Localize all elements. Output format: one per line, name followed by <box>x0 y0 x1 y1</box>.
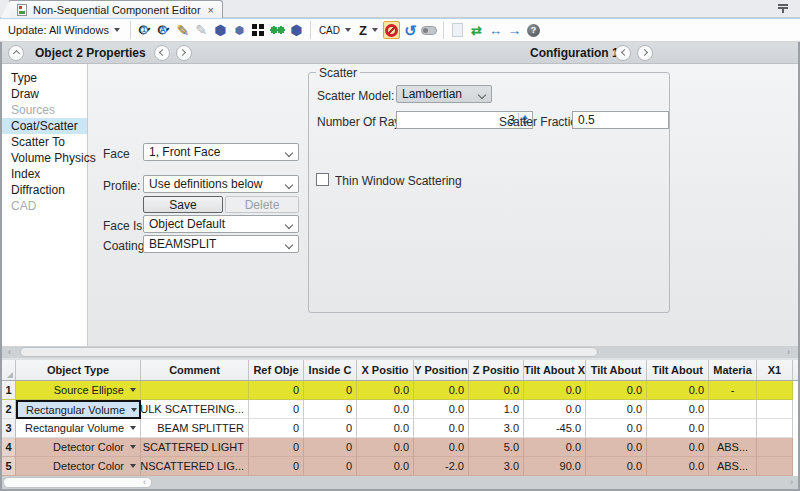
value-cell[interactable]: 0.0 <box>586 419 647 438</box>
value-cell[interactable]: 0.0 <box>524 438 586 457</box>
row-number[interactable]: 4 <box>2 438 16 457</box>
value-cell[interactable]: 0 <box>249 438 304 457</box>
value-cell[interactable]: 0 <box>304 381 357 400</box>
coating-dropdown[interactable]: BEAMSPLIT <box>143 235 299 253</box>
face-dropdown[interactable]: 1, Front Face <box>143 143 299 161</box>
column-header-5-x-positio[interactable]: X Positio <box>357 360 414 380</box>
value-cell[interactable]: 0.0 <box>647 400 709 419</box>
value-cell[interactable]: 0.0 <box>357 457 414 476</box>
value-cell[interactable]: 0.0 <box>414 419 469 438</box>
comment-cell[interactable]: UNSCATTERED LIG... <box>141 457 249 476</box>
solid-model-icon[interactable]: ⬢ <box>212 21 229 39</box>
value-cell[interactable]: 0.0 <box>647 438 709 457</box>
row-number[interactable]: 5 <box>2 457 16 476</box>
x1-cell[interactable] <box>757 438 793 457</box>
value-cell[interactable]: 0.0 <box>524 400 586 419</box>
value-cell[interactable]: 0 <box>249 457 304 476</box>
x1-cell[interactable] <box>757 400 793 419</box>
refresh-all-icon[interactable]: ⟳A <box>155 21 172 39</box>
nav-item-index[interactable]: Index <box>2 166 87 182</box>
nav-item-type[interactable]: Type <box>2 70 87 86</box>
object-type-dropdown[interactable]: Rectangular Volume <box>16 400 141 419</box>
thin-window-checkbox[interactable] <box>316 173 329 186</box>
comment-cell[interactable]: BULK SCATTERING... <box>141 400 249 419</box>
prev-object-button[interactable] <box>154 45 170 61</box>
table-scrollbar[interactable]: ‹ › <box>2 476 798 489</box>
material-cell[interactable]: ABS... <box>709 438 757 457</box>
value-cell[interactable]: 0.0 <box>414 438 469 457</box>
value-cell[interactable]: 3.0 <box>469 419 524 438</box>
value-cell[interactable]: 0 <box>304 438 357 457</box>
value-cell[interactable]: 0.0 <box>647 381 709 400</box>
undo-curve-icon[interactable]: ↺ <box>402 21 419 39</box>
column-header-10-tilt-about[interactable]: Tilt About <box>647 360 709 380</box>
grid-icon[interactable] <box>250 21 267 39</box>
value-cell[interactable]: 0.0 <box>586 457 647 476</box>
x1-cell[interactable] <box>757 419 793 438</box>
right-arrow-icon[interactable]: → <box>506 21 523 39</box>
scroll-left-icon[interactable]: ‹ <box>143 476 146 489</box>
material-cell[interactable] <box>709 400 757 419</box>
column-header-3-ref-obje[interactable]: Ref Obje <box>249 360 304 380</box>
value-cell[interactable]: 0.0 <box>357 400 414 419</box>
z-dropdown[interactable]: Z <box>355 21 382 40</box>
value-cell[interactable]: 0.0 <box>357 381 414 400</box>
polygon-icon[interactable]: ⬢ <box>288 21 305 39</box>
value-cell[interactable]: 0.0 <box>469 381 524 400</box>
value-cell[interactable]: 1.0 <box>469 400 524 419</box>
scroll-left-icon[interactable]: ‹ <box>8 346 11 358</box>
green-dots-icon[interactable] <box>269 21 286 39</box>
nav-item-diffraction[interactable]: Diffraction <box>2 182 87 198</box>
value-cell[interactable]: 0 <box>249 381 304 400</box>
nav-item-coat-scatter[interactable]: Coat/Scatter <box>2 118 87 134</box>
scroll-right-icon[interactable]: › <box>787 346 790 358</box>
scroll-right-icon[interactable]: › <box>790 476 793 489</box>
value-cell[interactable]: 0 <box>249 400 304 419</box>
column-header-2-comment[interactable]: Comment <box>141 360 249 380</box>
row-number[interactable]: 1 <box>2 381 16 400</box>
save-button[interactable]: Save <box>143 196 223 213</box>
value-cell[interactable]: 0 <box>304 400 357 419</box>
tab-nsc-editor[interactable]: Non-Sequential Component Editor × <box>8 0 223 18</box>
value-cell[interactable]: 0.0 <box>586 438 647 457</box>
column-header-8-tilt-about-x[interactable]: Tilt About X <box>524 360 586 380</box>
value-cell[interactable]: 0 <box>249 419 304 438</box>
material-cell[interactable]: - <box>709 381 757 400</box>
value-cell[interactable]: -2.0 <box>414 457 469 476</box>
comment-cell[interactable]: BEAM SPLITTER <box>141 419 249 438</box>
nav-item-scatter-to[interactable]: Scatter To <box>2 134 87 150</box>
value-cell[interactable]: 5.0 <box>469 438 524 457</box>
comment-cell[interactable] <box>141 381 249 400</box>
no-entry-icon[interactable] <box>383 21 400 39</box>
x1-cell[interactable] <box>757 457 793 476</box>
x1-cell[interactable] <box>757 381 793 400</box>
refresh-1-icon[interactable]: ⟳1 <box>136 21 153 39</box>
nav-item-volume-physics[interactable]: Volume Physics <box>2 150 87 166</box>
value-cell[interactable]: 0.0 <box>647 419 709 438</box>
value-cell[interactable]: 0.0 <box>524 381 586 400</box>
value-cell[interactable]: -45.0 <box>524 419 586 438</box>
toggle-icon[interactable] <box>421 21 438 39</box>
cad-dropdown[interactable]: CAD <box>315 23 355 38</box>
corner-cell[interactable] <box>2 360 16 380</box>
value-cell[interactable]: 0.0 <box>414 381 469 400</box>
column-header-9-tilt-about[interactable]: Tilt About <box>586 360 647 380</box>
column-header-4-inside-c[interactable]: Inside C <box>304 360 357 380</box>
collapse-button[interactable] <box>8 45 24 61</box>
scrollbar-thumb[interactable] <box>3 477 152 488</box>
value-cell[interactable]: 0.0 <box>357 438 414 457</box>
object-type-dropdown[interactable]: Detector Color <box>16 438 141 457</box>
material-cell[interactable]: ABS... <box>709 457 757 476</box>
row-number[interactable]: 2 <box>2 400 16 419</box>
next-configuration-button[interactable] <box>637 45 653 61</box>
profile-dropdown[interactable]: Use definitions below <box>143 175 299 193</box>
column-header-7-z-positio[interactable]: Z Positio <box>469 360 524 380</box>
highlight-pen-icon[interactable]: ✎ <box>193 21 210 39</box>
value-cell[interactable]: 0.0 <box>586 400 647 419</box>
value-cell[interactable]: 0 <box>304 457 357 476</box>
prev-configuration-button[interactable] <box>615 45 631 61</box>
column-header-12-x1[interactable]: X1 <box>757 360 793 380</box>
next-object-button[interactable] <box>176 45 192 61</box>
value-cell[interactable]: 0 <box>304 419 357 438</box>
value-cell[interactable]: 3.0 <box>469 457 524 476</box>
